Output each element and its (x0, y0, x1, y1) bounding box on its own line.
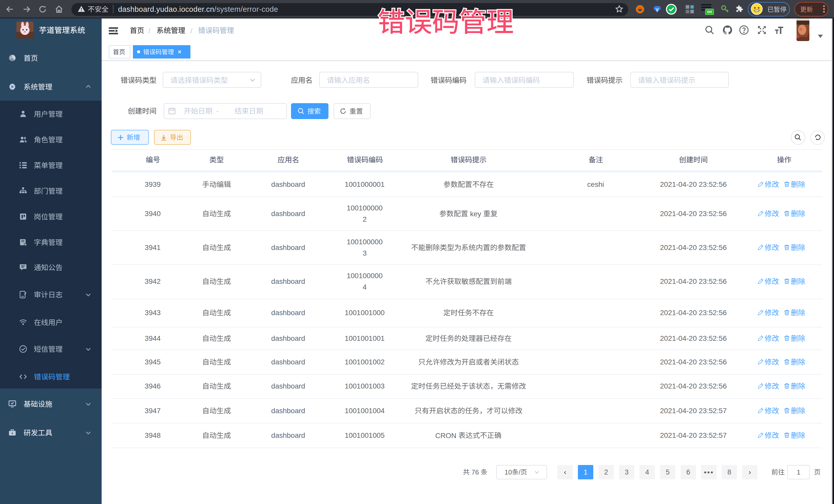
svg-text:10: 10 (505, 468, 512, 476)
svg-text:key: key (470, 210, 481, 218)
svg-text:76: 76 (471, 468, 479, 476)
svg-text:/: / (519, 468, 521, 476)
svg-text:CRON: CRON (435, 431, 456, 439)
